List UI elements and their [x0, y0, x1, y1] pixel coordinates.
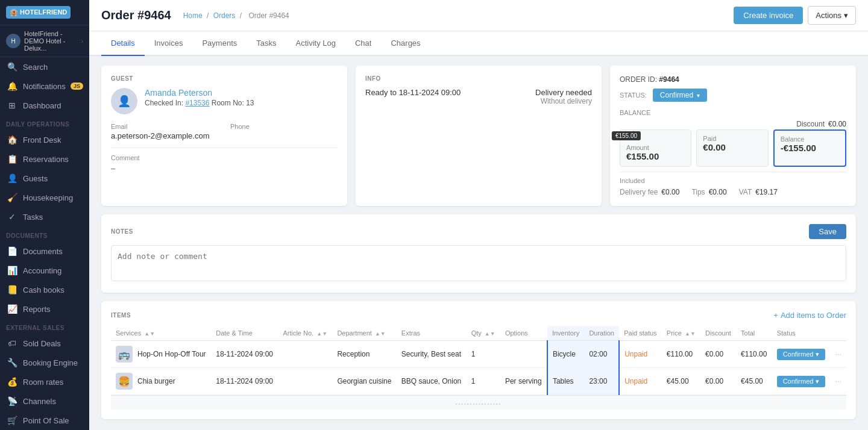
plus-icon: + — [773, 311, 778, 320]
tab-activity-log[interactable]: Activity Log — [286, 31, 345, 56]
add-items-button[interactable]: + Add items to Order — [773, 311, 846, 320]
sidebar-item-cash-books[interactable]: 📒 Cash books — [0, 280, 89, 299]
paid-value: €0.00 — [703, 142, 761, 152]
sidebar-item-label: Notifications — [23, 82, 66, 91]
guest-avatar: 👤 — [111, 88, 137, 114]
actions-label: Actions — [816, 11, 841, 20]
status-confirmed-badge[interactable]: Confirmed ▾ — [653, 89, 707, 102]
sidebar-item-label: Tasks — [23, 213, 43, 222]
included-label: Included — [620, 177, 846, 184]
housekeeping-icon: 🧹 — [6, 193, 18, 202]
table-header-row: Services ▲▼ Date & Time Article No. ▲▼ D… — [111, 326, 846, 341]
sidebar-item-point-of-sale[interactable]: 🛒 Point Of Sale — [0, 411, 89, 430]
col-paid-status: Paid status — [619, 326, 662, 341]
sidebar-item-guests[interactable]: 👤 Guests — [0, 169, 89, 188]
tab-invoices[interactable]: Invoices — [145, 31, 193, 56]
paid-status-cell: Unpaid — [619, 368, 662, 395]
sidebar-item-label: Accounting — [23, 266, 61, 275]
amount-tooltip: €155.00 — [612, 131, 641, 140]
amount-box: €155.00 Amount €155.00 — [620, 129, 691, 167]
discount-row: Discount €0.00 — [620, 120, 846, 128]
row-status-badge[interactable]: Confirmed ▾ — [777, 349, 826, 360]
breadcrumb-current: Order #9464 — [248, 11, 289, 20]
sidebar-item-label: Housekeeping — [23, 193, 73, 202]
phone-col: Phone — [230, 123, 338, 140]
notes-label: NOTES — [111, 228, 133, 235]
balance-label: BALANCE — [620, 109, 846, 116]
guest-name[interactable]: Amanda Peterson — [145, 88, 254, 98]
search-icon: 🔍 — [6, 62, 18, 72]
table-scrollbar: •••••••••••••••• — [111, 395, 846, 410]
breadcrumb-home[interactable]: Home — [183, 11, 203, 20]
tab-details[interactable]: Details — [101, 31, 145, 56]
row-status-badge[interactable]: Confirmed ▾ — [777, 376, 826, 387]
tab-payments[interactable]: Payments — [192, 31, 247, 56]
unpaid-badge: Unpaid — [624, 350, 647, 358]
vat-item: VAT €19.17 — [739, 188, 778, 196]
checkin-ref-link[interactable]: #13536 — [185, 99, 209, 107]
col-status: Status — [772, 326, 831, 341]
department-cell: Reception — [332, 341, 396, 368]
accounting-icon: 📊 — [6, 266, 18, 275]
sidebar-item-front-desk[interactable]: 🏠 Front Desk — [0, 130, 89, 149]
table-row: 🚌 Hop-On Hop-Off Tour 18-11-2024 09:00 R… — [111, 341, 846, 368]
sidebar-item-reservations[interactable]: 📋 Reservations — [0, 149, 89, 169]
breadcrumb-orders[interactable]: Orders — [213, 11, 236, 20]
balance-box-value: -€155.00 — [781, 143, 839, 153]
included-section: Included Delivery fee €0.00 Tips €0.00 V… — [620, 172, 846, 196]
save-button[interactable]: Save — [809, 224, 846, 239]
options-cell: Per serving — [500, 368, 547, 395]
sidebar-item-documents[interactable]: 📄 Documents — [0, 241, 89, 261]
sidebar-item-notifications[interactable]: 🔔 Notifications JS — [0, 76, 89, 96]
actions-button[interactable]: Actions ▾ — [808, 6, 856, 25]
balance-box: Balance -€155.00 — [773, 129, 846, 167]
hotel-selector[interactable]: H HotelFriend - DEMO Hotel - Delux... › — [0, 25, 89, 57]
col-inventory: Inventory — [547, 326, 584, 341]
chevron-right-icon: › — [81, 38, 83, 45]
department-cell: Georgian cuisine — [332, 368, 396, 395]
create-invoice-button[interactable]: Create invoice — [734, 7, 803, 24]
sidebar-item-channels[interactable]: 📡 Channels — [0, 391, 89, 411]
inventory-cell: Bicycle — [547, 341, 584, 368]
service-image: 🍔 — [116, 373, 133, 390]
items-table: Services ▲▼ Date & Time Article No. ▲▼ D… — [111, 326, 846, 395]
sidebar-item-dashboard[interactable]: ⊞ Dashboard — [0, 96, 89, 115]
notes-textarea[interactable] — [111, 245, 846, 281]
front-desk-icon: 🏠 — [6, 135, 18, 145]
notification-icon: 🔔 — [6, 81, 18, 91]
discount-label: Discount — [796, 120, 825, 128]
notes-card: NOTES Save — [101, 214, 856, 293]
sidebar-item-tasks[interactable]: ✓ Tasks — [0, 207, 89, 226]
col-discount: Discount — [700, 326, 736, 341]
qty-cell: 1 — [467, 341, 500, 368]
tab-charges[interactable]: Charges — [381, 31, 430, 56]
delivery-fee-value: €0.00 — [661, 188, 679, 196]
row-actions-menu[interactable]: ··· — [835, 377, 841, 385]
email-col: Email a.peterson-2@example.com — [111, 123, 218, 140]
total-cell: €45.00 — [736, 368, 772, 395]
date-time-cell: 18-11-2024 09:00 — [211, 368, 278, 395]
tab-chat[interactable]: Chat — [345, 31, 381, 56]
row-actions-menu[interactable]: ··· — [835, 350, 841, 358]
ready-text: Ready to 18-11-2024 09:00 — [365, 88, 461, 97]
status-row: STATUS: Confirmed ▾ — [620, 89, 846, 102]
balance-boxes: €155.00 Amount €155.00 Paid €0.00 Balanc… — [620, 129, 846, 167]
email-label: Email — [111, 123, 218, 130]
guest-header: 👤 Amanda Peterson Checked In: #13536 Roo… — [111, 88, 338, 114]
tab-tasks[interactable]: Tasks — [247, 31, 286, 56]
sidebar-item-booking-engine[interactable]: 🔧 Booking Engine — [0, 353, 89, 372]
sidebar-item-search[interactable]: 🔍 Search — [0, 57, 89, 76]
sidebar-item-housekeeping[interactable]: 🧹 Housekeeping — [0, 188, 89, 207]
tips-value: €0.00 — [709, 188, 727, 196]
sort-icon: ▲▼ — [485, 331, 495, 337]
sidebar-item-room-rates[interactable]: 💰 Room rates — [0, 372, 89, 391]
booking-engine-icon: 🔧 — [6, 358, 18, 367]
sort-icon: ▲▼ — [316, 331, 327, 337]
inventory-cell: Tables — [547, 368, 584, 395]
sidebar-item-reports[interactable]: 📈 Reports — [0, 299, 89, 319]
sort-icon: ▲▼ — [144, 331, 155, 337]
sidebar-item-label: Booking Engine — [23, 358, 78, 367]
sidebar-item-accounting[interactable]: 📊 Accounting — [0, 261, 89, 280]
service-image: 🚌 — [116, 346, 133, 363]
sidebar-item-sold-deals[interactable]: 🏷 Sold Deals — [0, 334, 89, 353]
